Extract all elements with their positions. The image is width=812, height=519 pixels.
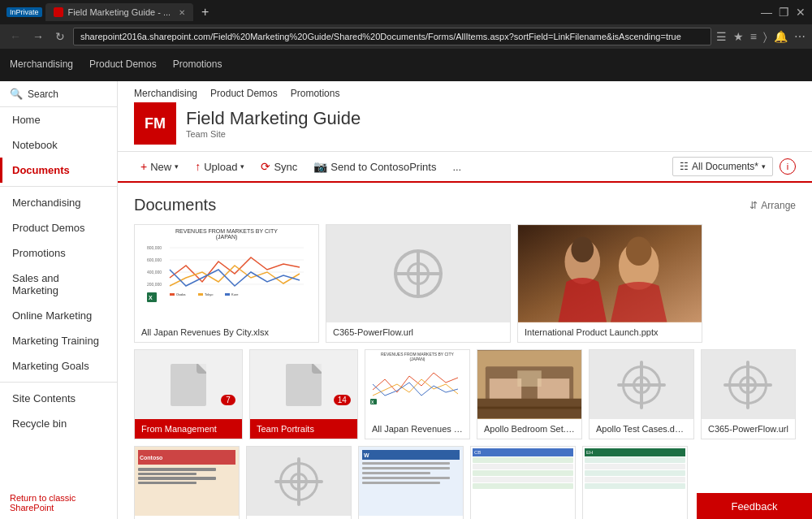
- folder-tile-from-management[interactable]: 7 From Management: [134, 349, 243, 439]
- close-window-btn[interactable]: ✕: [796, 6, 806, 19]
- sidebar-item-promotions[interactable]: Promotions: [0, 240, 117, 266]
- site-subtitle: Team Site: [186, 129, 361, 139]
- doc-tile-url1[interactable]: C365-PowerFlow.url: [326, 224, 511, 343]
- people-photo-svg: [518, 225, 702, 322]
- svg-text:400,000: 400,000: [147, 270, 162, 275]
- sidebar-search[interactable]: 🔍 Search: [0, 81, 117, 107]
- bedroom-photo-svg: [477, 350, 581, 419]
- sidebar-item-sales-marketing[interactable]: Sales and Marketing: [0, 266, 117, 303]
- sidebar-item-notebook[interactable]: Notebook: [0, 132, 117, 158]
- doc-tile-pdf[interactable]: Contoso PDF Contoso Product Lau...: [134, 446, 240, 519]
- doc-tile-pptx[interactable]: International Product Launch.pptx: [517, 224, 702, 343]
- svg-text:200,000: 200,000: [147, 282, 162, 287]
- sidebar-item-recycle-bin[interactable]: Recycle bin: [0, 411, 117, 436]
- pdf-preview: Contoso PDF: [135, 447, 239, 516]
- doc-tile-contract[interactable]: W Contract Proposals da...: [358, 446, 464, 519]
- favorites-icon[interactable]: ★: [733, 30, 744, 43]
- word-line-5: [362, 482, 440, 484]
- new-button[interactable]: + New ▾: [134, 157, 185, 176]
- sidebar-item-online-marketing[interactable]: Online Marketing: [0, 303, 117, 328]
- search-icon: 🔍: [10, 88, 23, 100]
- sidebar-item-merchandising[interactable]: Merchandising: [0, 190, 117, 215]
- breadcrumb-merchandising[interactable]: Merchandising: [134, 88, 197, 99]
- restore-btn[interactable]: ❐: [779, 6, 789, 19]
- site-logo: FM: [134, 102, 176, 145]
- return-classic-sharepoint[interactable]: Return to classic SharePoint: [0, 487, 117, 519]
- upload-label: Upload: [204, 161, 237, 173]
- top-nav-product-demos[interactable]: Product Demos: [89, 55, 157, 75]
- breadcrumb-promotions[interactable]: Promotions: [291, 88, 340, 99]
- doc-tile-cb227[interactable]: CB CB-227 Product Overvie...: [470, 446, 576, 519]
- table-row-4: [473, 477, 573, 482]
- chart-preview: REVENUES FROM MARKETS BY CITY(JAPAN) 800…: [135, 225, 318, 322]
- doc-name-pptx: International Product Launch.pptx: [518, 322, 702, 342]
- arrange-button[interactable]: ⇵ Arrange: [749, 200, 796, 211]
- folder-name-management: From Management: [135, 419, 242, 439]
- pdf-line-2: [138, 473, 197, 475]
- hub-icon[interactable]: ≡: [750, 30, 757, 43]
- doc-tile-xlsx[interactable]: REVENUES FROM MARKETS BY CITY(JAPAN) 800…: [134, 224, 319, 343]
- sidebar-divider-2: [0, 382, 117, 383]
- doc-tile-contoso-globe[interactable]: Contoso Purchasing Pro...: [246, 446, 352, 519]
- mini-chart-svg: X: [369, 361, 466, 406]
- sidebar-item-marketing-goals[interactable]: Marketing Goals: [0, 353, 117, 378]
- sidebar-item-home[interactable]: Home: [0, 107, 117, 132]
- minimize-btn[interactable]: —: [761, 6, 772, 19]
- all-documents-view-btn[interactable]: ☷ All Documents* ▾: [672, 157, 773, 176]
- svg-rect-31: [477, 407, 581, 409]
- app-container: Merchandising Product Demos Promotions 🔍…: [0, 49, 812, 519]
- folder-preview-portraits: 14: [250, 350, 357, 419]
- site-header: Merchandising Product Demos Promotions F…: [118, 81, 812, 152]
- globe-icon-2: [622, 365, 661, 404]
- forward-button[interactable]: →: [29, 28, 47, 45]
- new-chevron-icon: ▾: [175, 162, 179, 171]
- documents-title: Documents: [134, 196, 216, 214]
- more-button[interactable]: ...: [446, 158, 468, 176]
- svg-text:Osaka: Osaka: [176, 292, 186, 296]
- folder-tile-team-portraits[interactable]: 14 Team Portraits: [249, 349, 358, 439]
- sidebar-item-site-contents[interactable]: Site Contents: [0, 386, 117, 411]
- reading-view-icon[interactable]: ☰: [716, 30, 727, 43]
- svg-text:800,000: 800,000: [147, 245, 162, 250]
- sync-button[interactable]: ⟳ Sync: [254, 157, 304, 176]
- browser-tab[interactable]: Field Marketing Guide - ... ✕: [45, 3, 194, 21]
- sidebar-item-product-demos[interactable]: Product Demos: [0, 215, 117, 240]
- refresh-button[interactable]: ↻: [52, 28, 68, 45]
- notifications-icon[interactable]: 🔔: [774, 30, 788, 43]
- pdf-line-4: [138, 482, 197, 484]
- table-row-e3: [585, 470, 685, 476]
- doc-tile-employee-health[interactable]: EH Employee Health Accou...: [582, 446, 688, 519]
- doc-tile-bedroom[interactable]: Apollo Bedroom Set.docx: [477, 349, 582, 439]
- settings-icon[interactable]: ⋯: [794, 30, 806, 43]
- back-button[interactable]: ←: [6, 28, 24, 45]
- toolbar-icons: ☰ ★ ≡ 〉 🔔 ⋯: [716, 30, 806, 44]
- top-nav-promotions[interactable]: Promotions: [173, 55, 222, 75]
- sidebar-item-documents[interactable]: Documents: [0, 158, 117, 183]
- chart-title: REVENUES FROM MARKETS BY CITY(JAPAN): [138, 228, 315, 240]
- table-row-e1: [585, 457, 685, 463]
- tab-close-btn[interactable]: ✕: [179, 8, 185, 17]
- doc-name-url2: C365-PowerFlow.url: [702, 419, 795, 439]
- send-to-button[interactable]: 📷 Send to ContosoPrints: [307, 157, 443, 176]
- new-tab-btn[interactable]: +: [197, 5, 214, 19]
- info-button[interactable]: i: [780, 158, 796, 175]
- table-row-e5: [585, 483, 685, 489]
- doc-tile-chart-small[interactable]: REVENUES FROM MARKETS BY CITY(JAPAN) X: [365, 349, 470, 439]
- upload-button[interactable]: ↑ Upload ▾: [188, 157, 251, 176]
- word-line-1: [362, 462, 450, 465]
- folder-badge-management: 7: [221, 395, 235, 405]
- folder-name-portraits: Team Portraits: [250, 419, 357, 439]
- sidebar-item-marketing-training[interactable]: Marketing Training: [0, 328, 117, 353]
- send-label: Send to ContosoPrints: [330, 161, 436, 173]
- breadcrumb-nav: Merchandising Product Demos Promotions: [134, 88, 796, 99]
- breadcrumb-product-demos[interactable]: Product Demos: [210, 88, 278, 99]
- doc-tile-url2[interactable]: C365-PowerFlow.url: [701, 349, 796, 439]
- table-row-e2: [585, 464, 685, 469]
- share-icon[interactable]: 〉: [763, 30, 767, 44]
- feedback-button[interactable]: Feedback: [697, 493, 812, 519]
- doc-tile-test-cases[interactable]: Apollo Test Cases.docx...: [589, 349, 694, 439]
- new-icon: +: [140, 160, 147, 173]
- top-nav-merchandising[interactable]: Merchandising: [10, 55, 73, 75]
- doc-name-contoso-globe: Contoso Purchasing Pro...: [247, 516, 351, 519]
- address-bar[interactable]: [73, 28, 711, 45]
